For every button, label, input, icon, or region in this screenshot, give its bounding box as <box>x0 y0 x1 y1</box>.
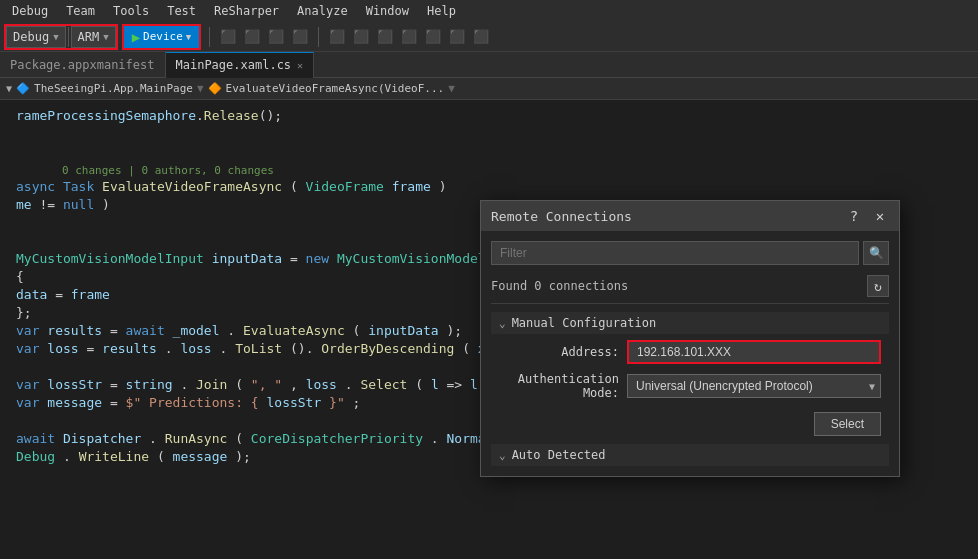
toolbar-icon-4[interactable]: ⬛ <box>290 27 310 47</box>
refresh-button[interactable]: ↻ <box>867 275 889 297</box>
tab-mainpage-xaml-cs[interactable]: MainPage.xaml.cs ✕ <box>166 52 315 78</box>
menubar-help[interactable]: Help <box>419 2 464 20</box>
toolbar-icon-5[interactable]: ⬛ <box>327 27 347 47</box>
breadcrumb-method[interactable]: EvaluateVideoFrameAsync(VideoF... <box>226 82 445 95</box>
address-row: Address: <box>491 340 889 364</box>
menubar-team[interactable]: Team <box>58 2 103 20</box>
toolbar-icon-9[interactable]: ⬛ <box>423 27 443 47</box>
dialog-title: Remote Connections <box>491 209 632 224</box>
menubar-analyze[interactable]: Analyze <box>289 2 356 20</box>
menubar-test[interactable]: Test <box>159 2 204 20</box>
tab-close-mainpage[interactable]: ✕ <box>297 60 303 71</box>
menubar-window[interactable]: Window <box>358 2 417 20</box>
filter-input[interactable] <box>491 241 859 265</box>
run-arrow: ▼ <box>186 32 191 42</box>
auto-detected-chevron: ⌄ <box>499 449 506 462</box>
manual-config-chevron: ⌄ <box>499 317 506 330</box>
toolbar-icon-8[interactable]: ⬛ <box>399 27 419 47</box>
dialog-close-button[interactable]: ✕ <box>871 207 889 225</box>
breadcrumb-namespace[interactable]: TheSeeingPi.App.MainPage <box>34 82 193 95</box>
toolbar-icon-11[interactable]: ⬛ <box>471 27 491 47</box>
menubar-reshaper[interactable]: ReSharper <box>206 2 287 20</box>
toolbar-icon-7[interactable]: ⬛ <box>375 27 395 47</box>
dialog-controls: ? ✕ <box>845 207 889 225</box>
address-label: Address: <box>499 345 619 359</box>
dialog-titlebar: Remote Connections ? ✕ <box>481 201 899 231</box>
code-line-signature: async Task EvaluateVideoFrameAsync ( Vid… <box>0 179 978 197</box>
auth-row: Authentication Mode: Universal (Unencryp… <box>491 372 889 400</box>
git-info: 0 changes | 0 authors, 0 changes <box>0 162 978 179</box>
tabbar: Package.appxmanifest MainPage.xaml.cs ✕ <box>0 52 978 78</box>
breadcrumb: ▼ 🔷 TheSeeingPi.App.MainPage ▼ 🔶 Evaluat… <box>0 78 978 100</box>
auth-mode-select[interactable]: Universal (Unencrypted Protocol) Windows… <box>627 374 881 398</box>
play-icon: ▶ <box>132 29 140 45</box>
breadcrumb-sep: ▼ <box>197 82 204 95</box>
toolbar-sep-1 <box>209 27 210 47</box>
toolbar-icon-6[interactable]: ⬛ <box>351 27 371 47</box>
search-button[interactable]: 🔍 <box>863 241 889 265</box>
auto-detected-label: Auto Detected <box>512 448 606 462</box>
dialog-help-button[interactable]: ? <box>845 207 863 225</box>
found-connections-text: Found 0 connections <box>491 279 628 293</box>
breadcrumb-separator-2: 🔶 <box>208 82 222 95</box>
select-btn-row: Select <box>491 408 889 440</box>
tab-label-package: Package.appxmanifest <box>10 58 155 72</box>
toolbar-icon-1[interactable]: ⬛ <box>218 27 238 47</box>
tab-package-appxmanifest[interactable]: Package.appxmanifest <box>0 52 166 78</box>
code-line-1: rameProcessingSemaphore.Release(); <box>0 108 978 126</box>
debug-config-arrow: ▼ <box>53 32 58 42</box>
menubar: Debug Team Tools Test ReSharper Analyze … <box>0 0 978 22</box>
menubar-debug[interactable]: Debug <box>4 2 56 20</box>
toolbar-sep-2 <box>318 27 319 47</box>
auto-detected-section[interactable]: ⌄ Auto Detected <box>491 444 889 466</box>
filter-row: 🔍 <box>491 241 889 265</box>
remote-connections-dialog: Remote Connections ? ✕ 🔍 Found 0 connect… <box>480 200 900 477</box>
manual-config-label: Manual Configuration <box>512 316 657 330</box>
toolbar-icon-10[interactable]: ⬛ <box>447 27 467 47</box>
dialog-body: 🔍 Found 0 connections ↻ ⌄ Manual Configu… <box>481 231 899 476</box>
arch-select[interactable]: ARM ▼ <box>71 26 116 48</box>
config-group: Debug ▼ ARM ▼ ▶ Device ▼ <box>4 24 201 50</box>
address-input[interactable] <box>627 340 881 364</box>
toolbar: Debug ▼ ARM ▼ ▶ Device ▼ ⬛ ⬛ ⬛ ⬛ ⬛ ⬛ ⬛ ⬛… <box>0 22 978 52</box>
breadcrumb-separator-1: 🔷 <box>16 82 30 95</box>
auth-label: Authentication Mode: <box>499 372 619 400</box>
breadcrumb-dropdown[interactable]: ▼ <box>6 83 12 94</box>
code-line-2 <box>0 126 978 162</box>
run-button[interactable]: ▶ Device ▼ <box>124 26 200 48</box>
auth-select-wrapper: Universal (Unencrypted Protocol) Windows… <box>627 374 881 398</box>
manual-config-section[interactable]: ⌄ Manual Configuration <box>491 312 889 334</box>
debug-config-select[interactable]: Debug ▼ <box>6 26 66 48</box>
breadcrumb-sep-2: ▼ <box>448 82 455 95</box>
toolbar-icon-3[interactable]: ⬛ <box>266 27 286 47</box>
tab-label-mainpage: MainPage.xaml.cs <box>176 58 292 72</box>
toolbar-icon-2[interactable]: ⬛ <box>242 27 262 47</box>
menubar-tools[interactable]: Tools <box>105 2 157 20</box>
select-button[interactable]: Select <box>814 412 881 436</box>
arch-arrow: ▼ <box>103 32 108 42</box>
found-connections-row: Found 0 connections ↻ <box>491 273 889 304</box>
